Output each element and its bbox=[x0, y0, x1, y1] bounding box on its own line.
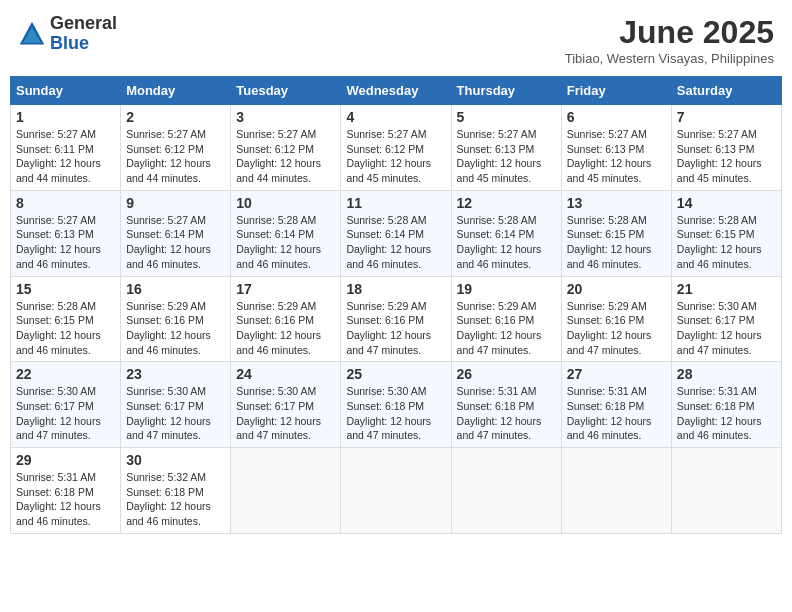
empty-cell-1 bbox=[231, 448, 341, 534]
week-row-2: 8 Sunrise: 5:27 AM Sunset: 6:13 PM Dayli… bbox=[11, 190, 782, 276]
day-29: 29 Sunrise: 5:31 AM Sunset: 6:18 PM Dayl… bbox=[11, 448, 121, 534]
weekday-header-row: Sunday Monday Tuesday Wednesday Thursday… bbox=[11, 77, 782, 105]
week-row-5: 29 Sunrise: 5:31 AM Sunset: 6:18 PM Dayl… bbox=[11, 448, 782, 534]
day-8: 8 Sunrise: 5:27 AM Sunset: 6:13 PM Dayli… bbox=[11, 190, 121, 276]
empty-cell-3 bbox=[451, 448, 561, 534]
page-header: General Blue June 2025 Tibiao, Western V… bbox=[10, 10, 782, 70]
day-19: 19 Sunrise: 5:29 AM Sunset: 6:16 PM Dayl… bbox=[451, 276, 561, 362]
day-4: 4 Sunrise: 5:27 AM Sunset: 6:12 PM Dayli… bbox=[341, 105, 451, 191]
week-row-3: 15 Sunrise: 5:28 AM Sunset: 6:15 PM Dayl… bbox=[11, 276, 782, 362]
day-11: 11 Sunrise: 5:28 AM Sunset: 6:14 PM Dayl… bbox=[341, 190, 451, 276]
title-block: June 2025 Tibiao, Western Visayas, Phili… bbox=[565, 14, 774, 66]
day-17: 17 Sunrise: 5:29 AM Sunset: 6:16 PM Dayl… bbox=[231, 276, 341, 362]
day-7: 7 Sunrise: 5:27 AM Sunset: 6:13 PM Dayli… bbox=[671, 105, 781, 191]
header-friday: Friday bbox=[561, 77, 671, 105]
empty-cell-5 bbox=[671, 448, 781, 534]
header-thursday: Thursday bbox=[451, 77, 561, 105]
day-1: 1 Sunrise: 5:27 AM Sunset: 6:11 PM Dayli… bbox=[11, 105, 121, 191]
day-28: 28 Sunrise: 5:31 AM Sunset: 6:18 PM Dayl… bbox=[671, 362, 781, 448]
header-monday: Monday bbox=[121, 77, 231, 105]
week-row-1: 1 Sunrise: 5:27 AM Sunset: 6:11 PM Dayli… bbox=[11, 105, 782, 191]
location-text: Tibiao, Western Visayas, Philippines bbox=[565, 51, 774, 66]
day-24: 24 Sunrise: 5:30 AM Sunset: 6:17 PM Dayl… bbox=[231, 362, 341, 448]
logo: General Blue bbox=[18, 14, 117, 54]
logo-icon bbox=[18, 20, 46, 48]
day-26: 26 Sunrise: 5:31 AM Sunset: 6:18 PM Dayl… bbox=[451, 362, 561, 448]
header-wednesday: Wednesday bbox=[341, 77, 451, 105]
month-title: June 2025 bbox=[565, 14, 774, 51]
day-5: 5 Sunrise: 5:27 AM Sunset: 6:13 PM Dayli… bbox=[451, 105, 561, 191]
day-15: 15 Sunrise: 5:28 AM Sunset: 6:15 PM Dayl… bbox=[11, 276, 121, 362]
day-6: 6 Sunrise: 5:27 AM Sunset: 6:13 PM Dayli… bbox=[561, 105, 671, 191]
header-tuesday: Tuesday bbox=[231, 77, 341, 105]
day-22: 22 Sunrise: 5:30 AM Sunset: 6:17 PM Dayl… bbox=[11, 362, 121, 448]
day-2: 2 Sunrise: 5:27 AM Sunset: 6:12 PM Dayli… bbox=[121, 105, 231, 191]
day-30: 30 Sunrise: 5:32 AM Sunset: 6:18 PM Dayl… bbox=[121, 448, 231, 534]
day-9: 9 Sunrise: 5:27 AM Sunset: 6:14 PM Dayli… bbox=[121, 190, 231, 276]
day-14: 14 Sunrise: 5:28 AM Sunset: 6:15 PM Dayl… bbox=[671, 190, 781, 276]
week-row-4: 22 Sunrise: 5:30 AM Sunset: 6:17 PM Dayl… bbox=[11, 362, 782, 448]
empty-cell-2 bbox=[341, 448, 451, 534]
calendar-table: Sunday Monday Tuesday Wednesday Thursday… bbox=[10, 76, 782, 534]
day-18: 18 Sunrise: 5:29 AM Sunset: 6:16 PM Dayl… bbox=[341, 276, 451, 362]
empty-cell-4 bbox=[561, 448, 671, 534]
day-10: 10 Sunrise: 5:28 AM Sunset: 6:14 PM Dayl… bbox=[231, 190, 341, 276]
logo-general-text: General bbox=[50, 13, 117, 33]
day-16: 16 Sunrise: 5:29 AM Sunset: 6:16 PM Dayl… bbox=[121, 276, 231, 362]
day-23: 23 Sunrise: 5:30 AM Sunset: 6:17 PM Dayl… bbox=[121, 362, 231, 448]
header-sunday: Sunday bbox=[11, 77, 121, 105]
day-13: 13 Sunrise: 5:28 AM Sunset: 6:15 PM Dayl… bbox=[561, 190, 671, 276]
logo-blue-text: Blue bbox=[50, 33, 89, 53]
day-3: 3 Sunrise: 5:27 AM Sunset: 6:12 PM Dayli… bbox=[231, 105, 341, 191]
day-20: 20 Sunrise: 5:29 AM Sunset: 6:16 PM Dayl… bbox=[561, 276, 671, 362]
day-27: 27 Sunrise: 5:31 AM Sunset: 6:18 PM Dayl… bbox=[561, 362, 671, 448]
day-21: 21 Sunrise: 5:30 AM Sunset: 6:17 PM Dayl… bbox=[671, 276, 781, 362]
day-12: 12 Sunrise: 5:28 AM Sunset: 6:14 PM Dayl… bbox=[451, 190, 561, 276]
day-25: 25 Sunrise: 5:30 AM Sunset: 6:18 PM Dayl… bbox=[341, 362, 451, 448]
header-saturday: Saturday bbox=[671, 77, 781, 105]
